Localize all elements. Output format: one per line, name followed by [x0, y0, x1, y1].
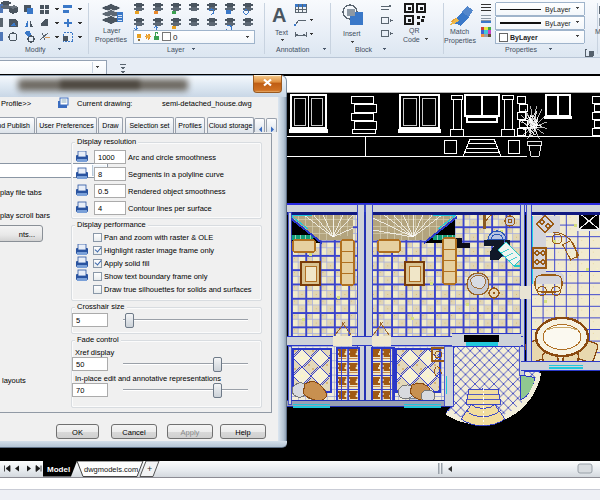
svg-text:Insert: Insert — [343, 30, 361, 37]
svg-text:Modify: Modify — [25, 46, 46, 54]
svg-text:ByLayer: ByLayer — [545, 6, 571, 14]
svg-text:Layer: Layer — [167, 46, 185, 54]
svg-text:QR: QR — [409, 27, 420, 35]
svg-text:ByLayer: ByLayer — [510, 34, 538, 42]
svg-text:Properties: Properties — [95, 36, 127, 44]
svg-text:M: M — [595, 28, 600, 35]
svg-text:A: A — [272, 4, 286, 26]
svg-text:Model: Model — [47, 465, 70, 474]
svg-text:Properties: Properties — [505, 46, 537, 54]
svg-text:Block: Block — [355, 46, 373, 53]
svg-text:+: + — [147, 464, 152, 474]
svg-text:dwgmodels.com: dwgmodels.com — [84, 465, 138, 474]
svg-text:Code: Code — [403, 36, 420, 43]
svg-text:0: 0 — [173, 33, 178, 42]
svg-text:Properties: Properties — [444, 37, 476, 45]
svg-text:ByLayer: ByLayer — [545, 20, 571, 28]
svg-text:Text: Text — [275, 29, 288, 36]
svg-text:Match: Match — [450, 28, 469, 35]
svg-text:Layer: Layer — [103, 27, 121, 35]
svg-text:Annotation: Annotation — [276, 46, 310, 53]
